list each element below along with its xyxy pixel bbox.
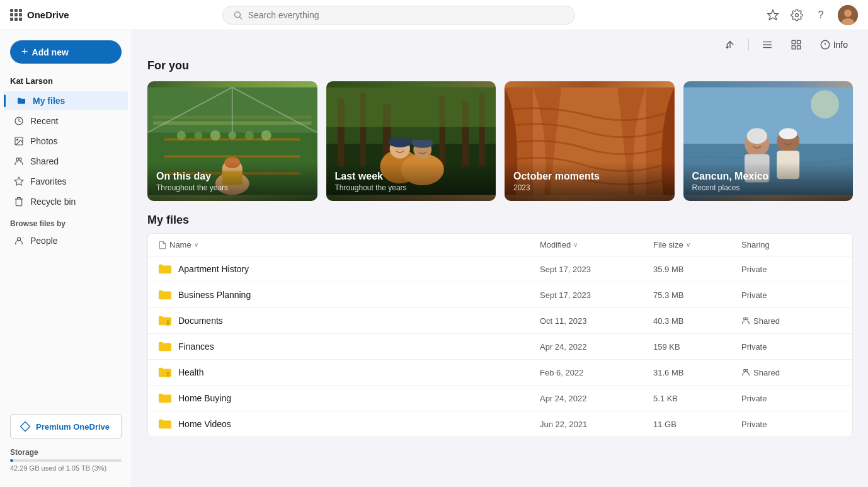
- svg-rect-55: [326, 88, 496, 127]
- card-last-week[interactable]: Last week Throughout the years: [326, 81, 496, 201]
- table-row[interactable]: Documents Oct 11, 2023 40.3 MB Shared: [148, 308, 852, 334]
- svg-point-77: [744, 318, 746, 320]
- card-subtitle-on-this-day: Throughout the years: [156, 183, 309, 192]
- sidebar-item-label-favorites: Favorites: [30, 176, 67, 186]
- sidebar-item-label-shared: Shared: [30, 156, 59, 166]
- toolbar-divider: [748, 38, 749, 51]
- svg-point-39: [210, 130, 220, 140]
- card-overlay-october-moments: October moments 2023: [505, 162, 675, 201]
- column-header-modified[interactable]: Modified ∨: [540, 240, 653, 249]
- table-row[interactable]: Business Planning Sept 17, 2023 75.3 MB …: [148, 282, 852, 308]
- file-name: Home Buying: [178, 393, 231, 403]
- search-bar[interactable]: [222, 6, 575, 25]
- cards-row: On this day Throughout the years: [147, 81, 853, 201]
- svg-point-80: [167, 372, 169, 374]
- sidebar-item-recycle-bin[interactable]: Recycle bin: [4, 192, 128, 211]
- file-name-cell: Business Planning: [158, 289, 540, 301]
- cell-sharing: Shared: [741, 368, 842, 377]
- storage-text: 42.29 GB used of 1.05 TB (3%): [10, 464, 122, 472]
- sidebar-item-label-people: People: [30, 236, 58, 246]
- file-name: Health: [178, 367, 203, 377]
- sidebar-item-label-my-files: My files: [33, 96, 65, 106]
- premium-icon[interactable]: [766, 8, 780, 22]
- svg-rect-20: [792, 40, 795, 43]
- for-you-section: For you: [132, 59, 868, 214]
- file-name-cell: Home Buying: [158, 392, 540, 404]
- cell-sharing: Shared: [741, 316, 842, 326]
- for-you-title: For you: [147, 59, 853, 72]
- sidebar-item-shared[interactable]: Shared: [4, 152, 128, 171]
- svg-point-73: [779, 128, 797, 139]
- add-new-label: Add new: [32, 47, 69, 57]
- file-name-cell: Documents: [158, 314, 540, 327]
- sort-button[interactable]: [719, 37, 741, 53]
- table-row[interactable]: Home Buying Apr 24, 2022 5.1 KB Private: [148, 386, 852, 411]
- column-name-label: Name: [169, 240, 191, 249]
- folder-icon: [158, 392, 172, 404]
- sidebar-item-recent[interactable]: Recent: [4, 112, 128, 130]
- sidebar-item-label-photos: Photos: [30, 136, 58, 146]
- search-icon: [233, 10, 243, 20]
- cell-sharing: Private: [741, 394, 842, 403]
- folder-shared-wrapper: [158, 366, 172, 379]
- file-name: Home Videos: [178, 419, 231, 429]
- card-subtitle-october-moments: 2023: [513, 183, 666, 192]
- table-row[interactable]: Home Videos Jun 22, 2021 11 GB Private: [148, 411, 852, 437]
- file-name-cell: Home Videos: [158, 418, 540, 430]
- list-view-icon: [762, 39, 773, 50]
- svg-point-78: [746, 318, 748, 320]
- table-row[interactable]: Apartment History Sept 17, 2023 35.9 MB …: [148, 256, 852, 282]
- svg-marker-2: [768, 9, 779, 20]
- sidebar-item-favorites[interactable]: Favorites: [4, 172, 128, 191]
- svg-marker-14: [21, 422, 30, 432]
- table-row[interactable]: Health Feb 6, 2022 31.6 MB Shared: [148, 360, 852, 386]
- recent-icon: [14, 116, 24, 126]
- cell-sharing: Private: [741, 290, 842, 300]
- sidebar-bottom: Premium OneDrive Storage 42.29 GB used o…: [0, 406, 132, 479]
- settings-icon[interactable]: [790, 8, 804, 22]
- add-new-button[interactable]: + Add new: [10, 40, 122, 64]
- sidebar-item-my-files[interactable]: My files: [4, 91, 128, 110]
- cell-modified: Apr 24, 2022: [540, 394, 653, 403]
- card-october-moments[interactable]: October moments 2023: [505, 81, 675, 201]
- shared-icon: [14, 156, 24, 166]
- card-subtitle-last-week: Throughout the years: [335, 183, 488, 192]
- cell-modified: Sept 17, 2023: [540, 265, 653, 274]
- card-on-this-day[interactable]: On this day Throughout the years: [147, 81, 317, 201]
- cell-sharing: Private: [741, 265, 842, 274]
- info-button[interactable]: Info: [814, 37, 853, 53]
- sidebar-item-people[interactable]: People: [4, 231, 128, 250]
- storage-bar-background: [10, 459, 122, 462]
- search-input[interactable]: [248, 10, 565, 20]
- column-header-file-size[interactable]: File size ∨: [653, 240, 741, 249]
- cell-modified: Oct 11, 2023: [540, 316, 653, 326]
- svg-point-5: [844, 9, 852, 17]
- column-header-name[interactable]: Name ∨: [158, 240, 540, 249]
- active-bar: [4, 95, 6, 107]
- svg-point-70: [746, 128, 767, 144]
- column-modified-label: Modified: [540, 240, 571, 249]
- svg-line-1: [240, 16, 243, 19]
- table-row[interactable]: Finances Apr 24, 2022 159 KB Private: [148, 334, 852, 360]
- app-grid-icon[interactable]: [10, 9, 22, 21]
- name-sort-arrow: ∨: [194, 241, 198, 248]
- browse-section-label: Browse files by: [0, 212, 132, 231]
- svg-rect-21: [797, 40, 800, 43]
- column-sharing-label: Sharing: [741, 240, 770, 249]
- help-icon[interactable]: ?: [814, 8, 828, 22]
- avatar[interactable]: [838, 5, 858, 25]
- card-title-on-this-day: On this day: [156, 171, 309, 182]
- list-view-button[interactable]: [757, 37, 778, 53]
- premium-button[interactable]: Premium OneDrive: [10, 414, 122, 439]
- folder-shared-icon: [158, 366, 172, 379]
- sidebar-item-photos[interactable]: Photos: [4, 132, 128, 151]
- topbar-right: ?: [766, 5, 858, 25]
- svg-marker-12: [14, 177, 23, 185]
- grid-view-button[interactable]: [785, 37, 807, 53]
- sidebar-item-label-recent: Recent: [30, 116, 58, 126]
- svg-point-76: [167, 320, 169, 323]
- card-cancun[interactable]: Cancun, Mexico Recent places: [683, 81, 854, 201]
- my-files-title: My files: [147, 214, 853, 227]
- avatar-image: [838, 5, 858, 25]
- file-name-cell: Apartment History: [158, 263, 540, 275]
